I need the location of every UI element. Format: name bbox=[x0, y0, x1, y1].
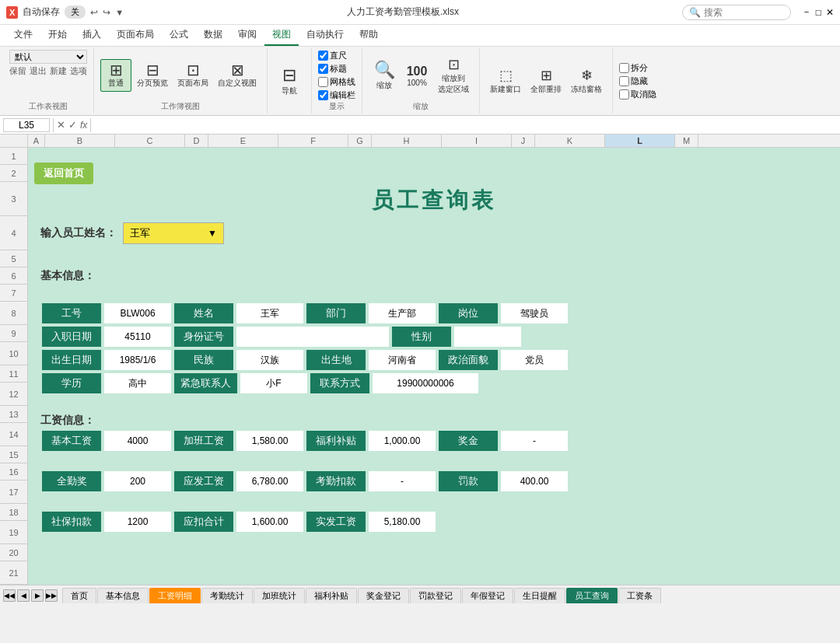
group-label-zoom: 缩放 bbox=[369, 101, 473, 112]
checkbox-title[interactable]: 标题 bbox=[318, 63, 355, 75]
sheet-tab-penalty-record[interactable]: 罚款登记 bbox=[410, 588, 461, 603]
checkbox-split[interactable]: 拆分 bbox=[619, 62, 656, 74]
window-close[interactable]: ✕ bbox=[826, 7, 834, 18]
sheet-tab-basic-info[interactable]: 基本信息 bbox=[97, 588, 149, 603]
label-hire-date: 入职日期 bbox=[40, 325, 103, 348]
group-window-options: 拆分 隐藏 取消隐 bbox=[613, 48, 663, 114]
sheet-tab-welfare[interactable]: 福利补贴 bbox=[306, 588, 357, 603]
basic-row-4: 学历 高中 紧急联系人 小F 联系方式 19900000006 bbox=[28, 372, 840, 395]
sheet-tab-overtime-stats[interactable]: 加班统计 bbox=[254, 588, 305, 603]
tab-review[interactable]: 审阅 bbox=[230, 25, 264, 46]
customize-icon[interactable]: ▼ bbox=[115, 8, 124, 17]
col-header-a: A bbox=[28, 135, 45, 147]
preserve-btn[interactable]: 保留 bbox=[9, 65, 26, 77]
sheet-tab-attendance-stats[interactable]: 考勤统计 bbox=[201, 588, 253, 603]
tab-view[interactable]: 视图 bbox=[264, 25, 299, 46]
return-home-btn[interactable]: 返回首页 bbox=[34, 162, 93, 184]
new-view-btn[interactable]: 新建 bbox=[50, 65, 67, 77]
tab-insert[interactable]: 插入 bbox=[75, 25, 109, 46]
search-icon: 🔍 bbox=[689, 7, 701, 18]
group-display: 直尺 标题 网格线 编辑栏 显示 bbox=[312, 48, 362, 114]
sheet-tab-payslip[interactable]: 工资条 bbox=[618, 588, 661, 603]
sheet-nav-prev[interactable]: ◀ bbox=[17, 589, 30, 602]
sheet-nav-last[interactable]: ▶▶ bbox=[45, 589, 58, 602]
sheet-tab-salary-detail[interactable]: 工资明细 bbox=[149, 588, 201, 603]
checkbox-unhide[interactable]: 取消隐 bbox=[619, 89, 656, 100]
group-label-worksheet-view: 工作表视图 bbox=[9, 101, 87, 112]
checkbox-formulabar[interactable]: 编辑栏 bbox=[318, 89, 355, 101]
row-num-20: 20 bbox=[0, 544, 27, 561]
zoom-100-btn[interactable]: 100 100% bbox=[401, 62, 432, 89]
formula-cancel-icon[interactable]: ✕ bbox=[57, 119, 65, 131]
exit-btn[interactable]: 退出 bbox=[30, 65, 47, 77]
redo-icon[interactable]: ↪ bbox=[103, 7, 110, 18]
sheet-tabs-list: 首页 基本信息 工资明细 考勤统计 加班统计 福利补贴 奖金登记 罚款登记 年假… bbox=[62, 588, 662, 603]
spreadsheet-body: 1 2 3 4 5 6 7 8 9 10 11 12 13 14 15 16 1… bbox=[0, 148, 840, 585]
sheet-tab-home[interactable]: 首页 bbox=[62, 588, 96, 603]
row-num-2: 2 bbox=[0, 165, 27, 182]
view-custom-btn[interactable]: ⊠ 自定义视图 bbox=[214, 60, 261, 91]
col-header-m: M bbox=[675, 135, 698, 147]
zoom-fit-btn[interactable]: ⊡ 缩放到选定区域 bbox=[434, 54, 473, 97]
sheet-nav: ◀◀ ◀ ▶ ▶▶ bbox=[3, 589, 58, 602]
formula-fx-icon[interactable]: fx bbox=[80, 120, 87, 131]
spreadsheet-area: A B C D E F G H I J K L M 1 2 3 4 5 6 7 … bbox=[0, 135, 840, 585]
value-birthdate: 1985/1/6 bbox=[103, 348, 173, 372]
arrange-icon: ⊞ bbox=[541, 67, 552, 84]
sheet-tab-birthday-reminder[interactable]: 生日提醒 bbox=[514, 588, 565, 603]
row-num-6: 6 bbox=[0, 267, 27, 285]
row-num-16: 16 bbox=[0, 463, 27, 481]
checkbox-hide[interactable]: 隐藏 bbox=[619, 75, 656, 87]
search-box[interactable]: 🔍 bbox=[682, 5, 791, 20]
zoom-btn[interactable]: 🔍 缩放 bbox=[369, 58, 400, 93]
tab-data[interactable]: 数据 bbox=[196, 25, 230, 46]
tab-formulas[interactable]: 公式 bbox=[162, 25, 196, 46]
window-minimize[interactable]: － bbox=[802, 5, 811, 19]
salary-row-3: 社保扣款 1200 应扣合计 1,600.00 实发工资 5,180.00 bbox=[28, 510, 840, 533]
cell-ref-box[interactable] bbox=[3, 118, 50, 132]
formula-input[interactable] bbox=[94, 119, 837, 131]
undo-icon[interactable]: ↩ bbox=[90, 7, 98, 18]
search-input[interactable] bbox=[704, 7, 782, 18]
tab-help[interactable]: 帮助 bbox=[352, 25, 386, 46]
tab-file[interactable]: 文件 bbox=[6, 25, 40, 46]
sheet-tab-employee-query[interactable]: 员工查询 bbox=[566, 588, 618, 603]
arrange-all-btn[interactable]: ⊞ 全部重排 bbox=[527, 65, 565, 97]
sheet-nav-first[interactable]: ◀◀ bbox=[3, 589, 16, 602]
view-pagebreak-btn[interactable]: ⊟ 分页预览 bbox=[133, 60, 172, 91]
value-department: 生产部 bbox=[367, 302, 437, 325]
window-maximize[interactable]: □ bbox=[816, 7, 821, 18]
formula-confirm-icon[interactable]: ✓ bbox=[68, 119, 77, 131]
row-num-7: 7 bbox=[0, 285, 27, 302]
label-birthdate: 出生日期 bbox=[40, 348, 103, 372]
label-perfect-attendance: 全勤奖 bbox=[40, 470, 103, 493]
view-options-btn[interactable]: 选项 bbox=[70, 65, 87, 77]
tab-page-layout[interactable]: 页面布局 bbox=[109, 25, 162, 46]
value-birthplace: 河南省 bbox=[367, 348, 437, 372]
navigate-btn[interactable]: ⊟ 导航 bbox=[274, 63, 305, 99]
label-attendance-deduction: 考勤扣款 bbox=[305, 470, 367, 493]
value-bonus: - bbox=[499, 429, 569, 453]
emp-name-dropdown[interactable]: 王军 ▼ bbox=[123, 222, 224, 244]
row-num-21: 21 bbox=[0, 561, 27, 585]
sheet-tab-bonus-record[interactable]: 奖金登记 bbox=[358, 588, 409, 603]
row-num-9: 9 bbox=[0, 325, 27, 342]
sheet-tab-leave-record[interactable]: 年假登记 bbox=[462, 588, 513, 603]
checkbox-ruler[interactable]: 直尺 bbox=[318, 50, 355, 61]
freeze-panes-btn[interactable]: ❄ 冻结窗格 bbox=[567, 65, 606, 97]
view-pagelayout-btn[interactable]: ⊡ 页面布局 bbox=[173, 60, 212, 91]
group-worksheet-view: 默认 保留 退出 新建 选项 工作表视图 bbox=[3, 48, 94, 114]
label-employee-id: 工号 bbox=[40, 302, 103, 325]
col-header-f: F bbox=[278, 135, 348, 147]
formula-divider2 bbox=[90, 118, 91, 132]
tab-home[interactable]: 开始 bbox=[40, 25, 75, 46]
view-normal-btn[interactable]: ⊞ 普通 bbox=[100, 59, 131, 92]
normal-view-icon: ⊞ bbox=[110, 62, 123, 78]
tab-autoexecute[interactable]: 自动执行 bbox=[299, 25, 352, 46]
row-num-13: 13 bbox=[0, 406, 27, 423]
new-window-btn[interactable]: ⬚ 新建窗口 bbox=[486, 65, 525, 97]
sheet-nav-next[interactable]: ▶ bbox=[31, 589, 44, 602]
checkbox-gridlines[interactable]: 网格线 bbox=[318, 76, 355, 88]
worksheet-view-select[interactable]: 默认 bbox=[9, 50, 87, 64]
autosave-toggle[interactable]: 关 bbox=[65, 5, 86, 19]
